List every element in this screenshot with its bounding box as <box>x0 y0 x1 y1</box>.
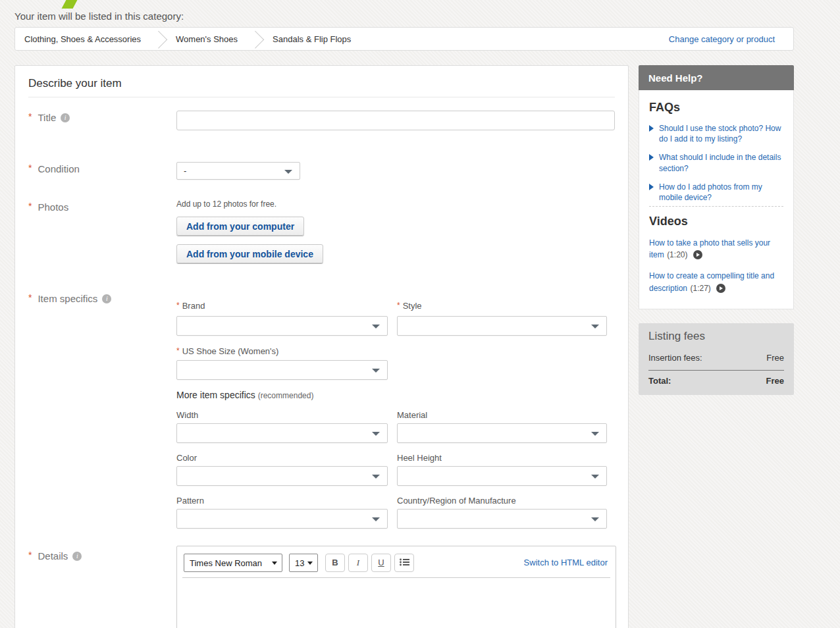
underline-button[interactable]: U <box>371 554 391 572</box>
info-icon[interactable]: i <box>72 552 82 561</box>
material-dropdown[interactable] <box>397 423 607 443</box>
pattern-dropdown[interactable] <box>176 509 388 529</box>
italic-button[interactable]: I <box>348 554 368 572</box>
required-marker: * <box>28 111 32 122</box>
dropdown-arrow-icon <box>372 517 380 521</box>
more-specifics-label: More item specifics (recommended) <box>176 390 313 400</box>
width-dropdown[interactable] <box>176 423 388 443</box>
bold-button[interactable]: B <box>325 554 345 572</box>
add-from-computer-button[interactable]: Add from your computer <box>176 217 304 236</box>
insertion-fees-label: Insertion fees: <box>648 353 702 363</box>
style-label: * Style <box>397 301 422 311</box>
divider <box>648 370 784 371</box>
breadcrumb-item-1: Clothing, Shoes & Accessories <box>24 34 141 44</box>
brand-dropdown[interactable] <box>176 316 388 336</box>
chevron-separator-icon <box>246 30 264 48</box>
dropdown-arrow-icon <box>372 369 380 373</box>
heel-height-label: Heel Height <box>397 453 442 463</box>
condition-value: - <box>184 166 186 176</box>
video-link[interactable]: How to take a photo that sells your item… <box>649 236 787 260</box>
total-value: Free <box>766 376 784 386</box>
condition-dropdown[interactable]: - <box>176 162 300 180</box>
add-from-mobile-button[interactable]: Add from your mobile device <box>176 244 323 263</box>
chevron-separator-icon <box>149 30 167 48</box>
faqs-title: FAQs <box>649 101 680 115</box>
videos-title: Videos <box>649 215 688 228</box>
editor-toolbar: Times New Roman 13 B I U <box>177 546 616 577</box>
details-editor: Times New Roman 13 B I U <box>176 546 616 628</box>
bullet-list-icon <box>400 558 409 566</box>
title-label: * Title i <box>28 112 70 123</box>
shoe-size-label: * US Shoe Size (Women's) <box>176 346 278 356</box>
info-icon[interactable]: i <box>102 294 111 303</box>
breadcrumb-item-3: Sandals & Flip Flops <box>273 34 351 44</box>
photos-label: * Photos <box>28 201 68 213</box>
category-note: Your item will be listed in this categor… <box>14 11 184 22</box>
help-body: FAQs Should I use the stock photo? How d… <box>639 90 794 309</box>
font-select[interactable]: Times New Roman <box>184 554 282 572</box>
faq-list: Should I use the stock photo? How do I a… <box>649 123 787 211</box>
heel-height-dropdown[interactable] <box>397 466 607 486</box>
dropdown-arrow-icon <box>591 325 599 328</box>
bullet-list-button[interactable] <box>394 554 414 572</box>
title-input[interactable] <box>176 111 615 130</box>
breadcrumb: Clothing, Shoes & Accessories Women's Sh… <box>14 27 794 51</box>
listing-page: Your item will be listed in this categor… <box>0 0 840 628</box>
change-category-link[interactable]: Change category or product <box>669 34 775 44</box>
dropdown-arrow-icon <box>372 475 380 479</box>
pattern-label: Pattern <box>176 496 204 506</box>
item-specifics-label: * Item specifics i <box>28 293 111 304</box>
faq-arrow-icon <box>649 154 654 161</box>
faq-link[interactable]: What should I include in the details sec… <box>649 152 787 173</box>
color-dropdown[interactable] <box>176 466 388 486</box>
switch-html-editor-link[interactable]: Switch to HTML editor <box>524 558 608 567</box>
width-label: Width <box>176 410 198 420</box>
photos-note: Add up to 12 photos for free. <box>176 199 276 209</box>
divider <box>28 97 615 97</box>
material-label: Material <box>397 410 427 420</box>
select-caret-icon <box>272 562 277 565</box>
details-label: * Details i <box>28 550 82 562</box>
country-dropdown[interactable] <box>397 509 607 529</box>
play-icon[interactable] <box>716 284 725 293</box>
font-size-select[interactable]: 13 <box>289 554 318 572</box>
recommended-note: (recommended) <box>258 391 314 400</box>
ebay-logo-swoosh-icon <box>62 0 78 9</box>
dropdown-arrow-icon <box>372 432 380 436</box>
country-label: Country/Region of Manufacture <box>397 496 516 506</box>
video-list: How to take a photo that sells your item… <box>649 236 787 303</box>
insertion-fees-row: Insertion fees: Free <box>648 353 784 363</box>
dropdown-arrow-icon <box>591 432 599 436</box>
divider <box>649 206 783 207</box>
shoe-size-dropdown[interactable] <box>176 360 388 380</box>
dropdown-arrow-icon <box>372 325 380 328</box>
play-icon[interactable] <box>693 250 702 259</box>
style-dropdown[interactable] <box>397 316 607 336</box>
details-text-area[interactable] <box>177 578 616 628</box>
dropdown-arrow-icon <box>591 475 599 479</box>
faq-link[interactable]: How do I add photos from my mobile devic… <box>649 182 787 203</box>
listing-fees-title: Listing fees <box>648 330 705 343</box>
select-caret-icon <box>307 562 313 565</box>
info-icon[interactable]: i <box>61 113 70 122</box>
breadcrumb-item-2: Women's Shoes <box>176 34 238 44</box>
dropdown-arrow-icon <box>284 170 292 174</box>
card-title: Describe your item <box>28 77 122 90</box>
faq-arrow-icon <box>649 125 654 132</box>
faq-arrow-icon <box>649 184 654 190</box>
dropdown-arrow-icon <box>591 517 599 521</box>
help-panel: Need Help? FAQs Should I use the stock p… <box>639 65 794 309</box>
brand-label: * Brand <box>176 301 205 311</box>
total-fees-row: Total: Free <box>648 376 784 386</box>
need-help-header: Need Help? <box>639 65 794 90</box>
listing-fees-box: Listing fees Insertion fees: Free Total:… <box>639 323 794 395</box>
total-label: Total: <box>648 376 671 386</box>
describe-item-card: Describe your item * Title i * Condition… <box>14 65 629 628</box>
color-label: Color <box>176 453 197 463</box>
faq-link[interactable]: Should I use the stock photo? How do I a… <box>649 123 787 144</box>
insertion-fees-value: Free <box>766 353 784 363</box>
condition-label: * Condition <box>28 163 80 174</box>
video-link[interactable]: How to create a compelling title and des… <box>649 269 787 293</box>
